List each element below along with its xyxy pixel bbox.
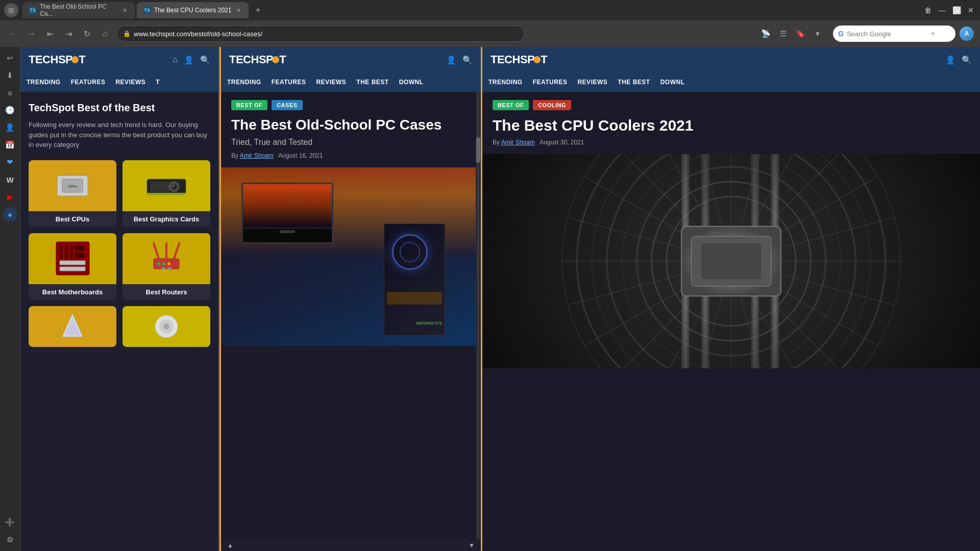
panel-center: TECHSPT 👤 🔍 TRENDING FEATURES REVIEWS TH… — [219, 47, 482, 551]
left-panel-scroll[interactable]: TechSpot Best of the Best Following ever… — [20, 92, 218, 551]
right-author-link[interactable]: Amir Shoam — [501, 139, 535, 146]
left-panel-header: TECHSPT ⌂ 👤 🔍 — [20, 47, 218, 72]
bookmark-icon[interactable]: 🔖 — [793, 27, 807, 41]
center-nav-trending[interactable]: TRENDING — [227, 77, 261, 88]
svg-rect-21 — [147, 193, 186, 194]
card-motherboards-image — [29, 233, 116, 284]
skip-back-button[interactable]: ⇤ — [43, 27, 57, 41]
rss-icon[interactable]: 📡 — [758, 27, 773, 41]
right-nav-trending[interactable]: TRENDING — [488, 77, 523, 88]
sidebar-app-icon[interactable]: ● — [3, 207, 17, 221]
left-home-icon[interactable]: ⌂ — [173, 55, 178, 64]
right-nav-reviews[interactable]: REVIEWS — [577, 77, 607, 88]
center-nav-best[interactable]: THE BEST — [356, 77, 388, 88]
center-search-icon[interactable]: 🔍 — [462, 55, 473, 65]
address-bar: ← → ⇤ ⇥ ↻ ⌂ 🔒 www.techspot.com/bestof/ol… — [0, 20, 980, 47]
search-bar[interactable]: G ▾ — [833, 26, 955, 42]
home-button[interactable]: ⌂ — [98, 27, 112, 41]
sidebar-wiki-icon[interactable]: W — [3, 172, 17, 187]
badge-cases[interactable]: CASES — [272, 100, 302, 110]
browser-menu-icon[interactable]: ⊞ — [4, 3, 18, 17]
center-scrollbar[interactable] — [476, 92, 481, 540]
pc-case-visual: GEFORCE GTX — [221, 167, 476, 346]
card-motherboards[interactable]: Best Motherboards — [29, 233, 116, 300]
center-badge-row: BEST OF CASES — [231, 100, 465, 110]
left-nav-reviews[interactable]: REVIEWS — [115, 77, 145, 88]
center-panel-scroll[interactable]: BEST OF CASES The Best Old-School PC Cas… — [221, 92, 476, 540]
scrollbar-thumb[interactable] — [476, 137, 480, 163]
right-nav-best[interactable]: THE BEST — [618, 77, 650, 88]
right-user-icon[interactable]: 👤 — [945, 55, 955, 65]
right-nav-features[interactable]: FEATURES — [533, 77, 568, 88]
center-nav-features[interactable]: FEATURES — [272, 77, 306, 88]
card-cpus-image: CPU — [29, 160, 116, 211]
left-nav-trending[interactable]: TRENDING — [27, 77, 61, 88]
right-nav-downl[interactable]: DOWNL — [660, 77, 685, 88]
geforce-label: GEFORCE GTX — [416, 321, 442, 325]
back-button[interactable]: ← — [6, 27, 20, 41]
right-search-icon[interactable]: 🔍 — [962, 55, 972, 65]
svg-rect-38 — [167, 267, 172, 269]
sidebar-settings-icon[interactable]: ⚙ — [3, 533, 17, 547]
url-text: www.techspot.com/bestof/old-school-cases… — [134, 30, 262, 38]
sidebar-add-icon[interactable]: ➕ — [3, 515, 17, 530]
url-bar[interactable]: 🔒 www.techspot.com/bestof/old-school-cas… — [116, 26, 525, 42]
window-controls: 🗑 — ⬜ ✕ — [923, 5, 976, 15]
maximize-button[interactable]: ⬜ — [951, 5, 962, 15]
card-cpus[interactable]: CPU — [29, 160, 116, 227]
left-panel-nav: TRENDING FEATURES REVIEWS T — [20, 72, 218, 92]
close-button[interactable]: ✕ — [966, 5, 976, 15]
right-article-title: The Best CPU Coolers 2021 — [493, 116, 970, 135]
left-header-icons: ⌂ 👤 🔍 — [173, 55, 210, 65]
forward-button[interactable]: → — [24, 27, 39, 41]
scroll-down-arrow[interactable]: ▼ — [469, 542, 475, 549]
minimize-button[interactable]: — — [937, 5, 947, 15]
sidebar-people-icon[interactable]: 👤 — [3, 120, 17, 135]
left-nav-features[interactable]: FEATURES — [71, 77, 106, 88]
card-routers[interactable]: Best Routers — [122, 233, 210, 300]
recents-button[interactable]: 🗑 — [923, 5, 933, 15]
center-nav-downl[interactable]: DOWNL — [399, 77, 424, 88]
search-dropdown-icon[interactable]: ▾ — [932, 30, 935, 37]
tab-1[interactable]: TS The Best Old-School PC Ca... ✕ — [22, 2, 135, 18]
sidebar-calendar-icon[interactable]: 📅 — [3, 138, 17, 152]
card-gpus[interactable]: Best Graphics Cards — [122, 160, 210, 227]
case-fan-inner — [400, 242, 420, 262]
card-bottom-1[interactable] — [29, 306, 116, 347]
left-nav-t[interactable]: T — [156, 77, 160, 88]
sidebar-favorites-icon[interactable]: ❤ — [3, 155, 17, 169]
svg-point-34 — [157, 262, 160, 265]
tab-bar: ⊞ TS The Best Old-School PC Ca... ✕ TS T… — [0, 0, 980, 20]
tab-1-close[interactable]: ✕ — [121, 6, 129, 14]
center-user-icon[interactable]: 👤 — [446, 55, 456, 65]
page-subtitle: Following every review and tech trend is… — [29, 120, 210, 150]
card-bottom-2[interactable] — [122, 306, 210, 347]
left-search-icon[interactable]: 🔍 — [200, 55, 210, 65]
sidebar-list-icon[interactable]: ≡ — [3, 86, 17, 100]
svg-rect-27 — [60, 267, 85, 271]
scroll-up-arrow[interactable]: ▲ — [227, 542, 233, 549]
center-nav-reviews[interactable]: REVIEWS — [316, 77, 346, 88]
menu-icon[interactable]: ☰ — [776, 27, 790, 41]
new-tab-button[interactable]: + — [251, 3, 265, 17]
sidebar-history-icon[interactable]: 🕒 — [3, 103, 17, 117]
bottom-cards-grid — [29, 306, 210, 347]
refresh-button[interactable]: ↻ — [80, 27, 94, 41]
profile-avatar[interactable]: A — [960, 27, 974, 41]
right-badge-best-of[interactable]: BEST OF — [493, 100, 529, 110]
skip-forward-button[interactable]: ⇥ — [61, 27, 76, 41]
search-input[interactable] — [847, 30, 928, 38]
tab-2[interactable]: TS The Best CPU Coolers 2021 ✕ — [137, 2, 249, 18]
badge-best-of[interactable]: BEST OF — [231, 100, 267, 110]
right-badge-cooling[interactable]: COOLING — [533, 100, 571, 110]
sidebar-icon-1[interactable]: ↩ — [3, 51, 17, 65]
right-panel-scroll[interactable]: BEST OF COOLING The Best CPU Coolers 202… — [482, 92, 980, 551]
sidebar-youtube-icon[interactable]: ▶ — [3, 190, 17, 204]
sidebar-download-icon[interactable]: ⬇ — [3, 68, 17, 83]
bookmark-chevron-icon[interactable]: ▾ — [811, 27, 825, 41]
author-link[interactable]: Amir Shoam — [240, 152, 274, 159]
left-user-icon[interactable]: 👤 — [184, 55, 194, 65]
center-article-image: GEFORCE GTX — [221, 167, 476, 346]
center-header-icons: 👤 🔍 — [446, 55, 473, 65]
tab-2-close[interactable]: ✕ — [234, 6, 242, 14]
